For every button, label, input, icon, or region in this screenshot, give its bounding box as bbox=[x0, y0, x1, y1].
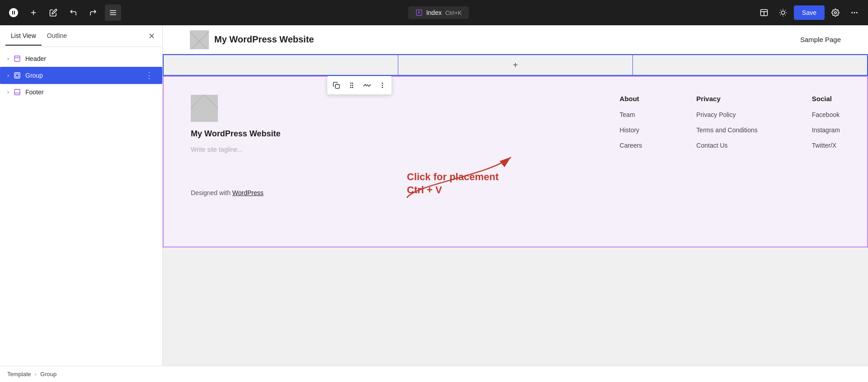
footer-link-facebook[interactable]: Facebook bbox=[812, 111, 840, 118]
svg-point-15 bbox=[854, 12, 855, 14]
add-block-col-1 bbox=[164, 55, 398, 75]
list-item: History bbox=[620, 126, 642, 134]
index-label: Index bbox=[426, 9, 442, 16]
svg-point-32 bbox=[382, 87, 383, 88]
footer-nav-col-about: About Team History Careers bbox=[620, 95, 642, 149]
svg-point-31 bbox=[382, 85, 383, 86]
tab-list-view[interactable]: List View bbox=[5, 27, 42, 46]
canvas-site-title: My WordPress Website bbox=[214, 34, 314, 45]
footer-nav-cols: About Team History Careers Privacy Pri bbox=[317, 95, 840, 149]
status-bar: Template › Group bbox=[0, 366, 868, 382]
footer-link-privacy-policy[interactable]: Privacy Policy bbox=[696, 111, 736, 118]
sidebar-item-footer[interactable]: › Footer bbox=[0, 84, 162, 100]
footer-link-twitter[interactable]: Twitter/X bbox=[812, 142, 836, 149]
float-move-button[interactable] bbox=[360, 78, 374, 93]
svg-point-27 bbox=[352, 83, 353, 84]
svg-point-12 bbox=[781, 11, 785, 14]
group-more-button[interactable]: ⋮ bbox=[143, 70, 155, 80]
sidebar-item-group-label: Group bbox=[25, 72, 140, 79]
footer-top: My WordPress Website Write site tagline.… bbox=[191, 95, 840, 153]
footer-bottom: Designed with WordPress bbox=[191, 189, 840, 196]
svg-point-26 bbox=[350, 87, 351, 88]
toolbar-center: Index Ctrl+K bbox=[125, 6, 752, 19]
chevron-icon: › bbox=[7, 89, 9, 95]
float-drag-button[interactable] bbox=[344, 78, 359, 93]
footer-col-privacy-heading: Privacy bbox=[696, 95, 757, 102]
footer-col-about-links: Team History Careers bbox=[620, 111, 642, 149]
canvas-nav-link[interactable]: Sample Page bbox=[800, 36, 841, 43]
edit-button[interactable] bbox=[45, 5, 61, 21]
chevron-icon: › bbox=[7, 56, 9, 62]
more-options-button[interactable] bbox=[846, 5, 863, 21]
add-block-col-2[interactable]: + bbox=[398, 55, 633, 75]
settings-button[interactable] bbox=[827, 5, 844, 21]
group-icon bbox=[13, 71, 22, 80]
footer-link-history[interactable]: History bbox=[620, 126, 640, 134]
list-item: Careers bbox=[620, 141, 642, 149]
list-item: Privacy Policy bbox=[696, 111, 757, 119]
list-item: Team bbox=[620, 111, 642, 119]
sidebar-close-button[interactable]: ✕ bbox=[146, 29, 157, 43]
index-button[interactable]: Index Ctrl+K bbox=[408, 6, 469, 19]
save-button[interactable]: Save bbox=[794, 5, 825, 20]
sidebar-tabs: List View Outline ✕ bbox=[0, 25, 162, 47]
redo-button[interactable] bbox=[85, 5, 101, 21]
footer-col-privacy-links: Privacy Policy Terms and Conditions Cont… bbox=[696, 111, 757, 149]
footer-icon bbox=[13, 88, 22, 97]
canvas-area[interactable]: My WordPress Website Sample Page bbox=[163, 25, 868, 382]
canvas-header: My WordPress Website Sample Page bbox=[163, 25, 868, 54]
sidebar-item-header-label: Header bbox=[25, 55, 155, 62]
svg-rect-23 bbox=[335, 84, 340, 89]
index-shortcut: Ctrl+K bbox=[445, 9, 462, 16]
footer-wordpress-link[interactable]: WordPress bbox=[232, 189, 264, 196]
footer-col-social-heading: Social bbox=[812, 95, 840, 102]
footer-link-team[interactable]: Team bbox=[620, 111, 635, 118]
sidebar-item-header[interactable]: › Header bbox=[0, 51, 162, 67]
svg-rect-20 bbox=[16, 74, 19, 77]
top-toolbar: Index Ctrl+K Save bbox=[0, 0, 868, 25]
add-block-button-center[interactable]: + bbox=[509, 59, 522, 71]
status-template-label[interactable]: Template bbox=[7, 371, 31, 377]
footer-link-contact[interactable]: Contact Us bbox=[696, 142, 727, 149]
footer-col-about-heading: About bbox=[620, 95, 642, 102]
breadcrumb-separator: › bbox=[35, 371, 37, 377]
svg-point-14 bbox=[851, 12, 853, 14]
toolbar-right: Save bbox=[756, 5, 863, 21]
footer-link-instagram[interactable]: Instagram bbox=[812, 126, 840, 134]
add-block-button[interactable] bbox=[25, 5, 42, 21]
add-block-col-3 bbox=[633, 55, 867, 75]
svg-point-25 bbox=[350, 85, 351, 85]
svg-point-13 bbox=[835, 12, 837, 14]
footer-nav-col-social: Social Facebook Instagram Twitter/X bbox=[812, 95, 840, 149]
wp-logo[interactable] bbox=[5, 5, 22, 21]
footer-link-terms[interactable]: Terms and Conditions bbox=[696, 126, 757, 134]
main-layout: List View Outline ✕ › Header › Group ⋮ bbox=[0, 25, 868, 382]
undo-button[interactable] bbox=[65, 5, 81, 21]
list-item: Instagram bbox=[812, 126, 840, 134]
footer-block: My WordPress Website Write site tagline.… bbox=[163, 76, 868, 247]
svg-rect-19 bbox=[14, 73, 20, 78]
footer-site-name: My WordPress Website bbox=[191, 129, 290, 139]
sidebar-item-footer-label: Footer bbox=[25, 89, 155, 96]
footer-left: My WordPress Website Write site tagline.… bbox=[191, 95, 290, 153]
sidebar-item-group[interactable]: › Group ⋮ bbox=[0, 67, 162, 84]
document-overview-button[interactable] bbox=[105, 5, 121, 21]
tab-outline[interactable]: Outline bbox=[42, 27, 72, 46]
view-options-button[interactable] bbox=[756, 5, 772, 21]
header-icon bbox=[13, 54, 22, 63]
list-item: Twitter/X bbox=[812, 141, 840, 149]
svg-point-30 bbox=[382, 83, 383, 84]
float-more-button[interactable] bbox=[375, 78, 390, 93]
svg-point-29 bbox=[352, 87, 353, 88]
sidebar: List View Outline ✕ › Header › Group ⋮ bbox=[0, 25, 163, 382]
theme-toggle-button[interactable] bbox=[775, 5, 791, 21]
float-duplicate-button[interactable] bbox=[329, 78, 344, 93]
add-block-row[interactable]: + bbox=[163, 54, 868, 76]
floating-toolbar bbox=[327, 76, 392, 95]
status-current-label[interactable]: Group bbox=[40, 371, 57, 377]
header-logo-placeholder bbox=[190, 30, 209, 49]
svg-point-28 bbox=[352, 85, 353, 85]
svg-point-16 bbox=[856, 12, 858, 14]
footer-link-careers[interactable]: Careers bbox=[620, 142, 642, 149]
footer-col-social-links: Facebook Instagram Twitter/X bbox=[812, 111, 840, 149]
